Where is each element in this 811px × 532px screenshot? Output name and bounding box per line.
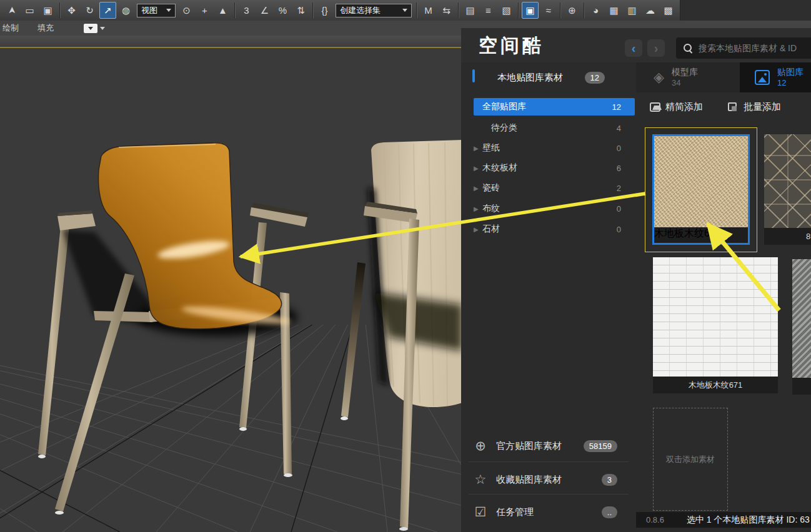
sidebar-item-fabric[interactable]: ▶ 布纹 0 xyxy=(474,200,635,217)
sidebar-item-tile[interactable]: ▶ 瓷砖 2 xyxy=(474,179,635,197)
sidebar-item-all-textures[interactable]: 全部贴图库 12 xyxy=(474,98,635,116)
named-selection-set-dropdown[interactable]: 创建选择集 xyxy=(336,4,412,17)
search-box[interactable] xyxy=(676,37,811,59)
tab-label: 模型库 xyxy=(672,67,698,77)
expand-arrow-icon[interactable]: ▶ xyxy=(474,165,482,172)
toolbar-separator xyxy=(518,2,519,18)
keyboard-shortcut-override-icon[interactable]: ▲ xyxy=(214,2,231,19)
search-input[interactable] xyxy=(697,42,811,54)
local-library-label: 本地贴图库素材 xyxy=(497,72,563,84)
tab-count: 34 xyxy=(672,77,698,88)
monitor-icon xyxy=(472,71,487,84)
render-setup-icon[interactable]: ▦ xyxy=(605,2,622,19)
expand-arrow-icon[interactable]: ▶ xyxy=(474,185,482,192)
category-count: 0 xyxy=(617,225,621,234)
fill-tool-label[interactable]: 填充 xyxy=(37,22,67,34)
category-count: 0 xyxy=(617,144,621,153)
select-and-place-icon[interactable]: ◍ xyxy=(117,2,134,19)
texture-preview xyxy=(764,134,811,228)
tab-label: 贴图库 xyxy=(777,67,804,77)
sidebar-item-unclassified[interactable]: 待分类 4 xyxy=(474,119,635,137)
category-label: 壁纸 xyxy=(482,142,500,154)
angle-snap-icon[interactable]: ∠ xyxy=(256,2,273,19)
chair-left[interactable] xyxy=(38,143,309,515)
sidebar-item-favorites[interactable]: ☆ 收藏贴图库素材 3 xyxy=(461,469,636,490)
search-icon xyxy=(684,44,692,52)
sidebar-local-library[interactable]: 本地贴图库素材 12 xyxy=(461,62,636,92)
viewport-3d[interactable] xyxy=(0,48,462,532)
sidebar-item-wallpaper[interactable]: ▶ 壁纸 0 xyxy=(474,139,635,157)
main-toolbar: ➤ ▭ ▣ ✥ ↻ ↗ ◍ 视图 ⊙ + ▲ 3 ∠ % ⇅ {} 创建选择集 xyxy=(0,0,811,21)
select-region-rect-icon[interactable]: ▭ xyxy=(21,2,38,19)
expand-arrow-icon[interactable]: ▶ xyxy=(474,226,482,233)
tab-texture-library[interactable]: 贴图库 12 xyxy=(740,62,804,92)
viewport-scene xyxy=(0,48,462,532)
schematic-view-icon[interactable]: ⊕ xyxy=(564,2,580,19)
sidebar-item-task-manager[interactable]: ☑ 任务管理 .. xyxy=(461,501,636,523)
divider xyxy=(469,494,629,495)
select-and-scale-icon[interactable]: ↗ xyxy=(99,2,116,19)
batch-add-button[interactable]: 批量添加 xyxy=(728,101,781,113)
thumbnail-wood-floor-653[interactable]: 木地板木纹653 xyxy=(652,134,750,245)
mirror-icon[interactable]: M xyxy=(420,2,437,19)
paint-options-dropdown[interactable] xyxy=(84,24,105,33)
scene-explorer-icon[interactable]: ≡ xyxy=(480,2,497,19)
rendered-frame-window-icon[interactable]: ▥ xyxy=(624,2,640,19)
texture-preview xyxy=(792,259,811,378)
thumbnail-label: 86273 xyxy=(764,228,811,245)
reference-coordinate-dropdown[interactable]: 视图 xyxy=(137,4,176,17)
footer-label: 官方贴图库素材 xyxy=(496,440,562,452)
sidebar-item-official-library[interactable]: ⊕ 官方贴图库素材 58159 xyxy=(461,435,636,456)
footer-label: 收藏贴图库素材 xyxy=(496,474,562,486)
toolbar-separator xyxy=(234,2,235,18)
toolbar-separator xyxy=(458,2,459,18)
layer-manager-icon[interactable]: ▤ xyxy=(462,2,479,19)
expand-arrow-icon[interactable]: ▶ xyxy=(474,145,482,152)
panel-header: 空间酷 ‹ › xyxy=(461,28,811,62)
toolbar-separator xyxy=(416,2,417,18)
category-label: 待分类 xyxy=(491,122,517,134)
edit-named-selection-sets-icon[interactable]: {} xyxy=(316,2,333,19)
material-editor-icon[interactable]: ◕ xyxy=(587,2,604,19)
category-label: 全部贴图库 xyxy=(482,101,526,112)
sidebar-item-wood-board[interactable]: ▶ 木纹板材 6 xyxy=(474,159,635,177)
tab-model-library[interactable]: ◈ 模型库 34 xyxy=(636,62,740,92)
footer-label: 任务管理 xyxy=(496,506,534,518)
align-icon[interactable]: ⇆ xyxy=(438,2,455,19)
toolbar-separator xyxy=(560,2,560,18)
select-object-icon[interactable]: ➤ xyxy=(3,2,20,19)
globe-icon: ⊕ xyxy=(472,438,489,453)
chair-right[interactable] xyxy=(341,140,462,531)
manage-layers-icon[interactable]: ▧ xyxy=(498,2,515,19)
task-count-badge: .. xyxy=(602,506,617,518)
percent-snap-icon[interactable]: % xyxy=(274,2,291,19)
nav-forward-button[interactable]: › xyxy=(647,39,665,57)
texture-preview xyxy=(654,136,748,227)
reference-coordinate-value: 视图 xyxy=(141,5,157,16)
render-in-cloud-icon[interactable]: ☁ xyxy=(642,2,659,19)
thumbnail-label xyxy=(792,378,811,395)
sidebar-item-stone[interactable]: ▶ 石材 0 xyxy=(474,220,635,238)
thumbnail-herringbone[interactable] xyxy=(792,259,811,392)
thumbnail-wood-floor-671[interactable]: 木地板木纹671 xyxy=(653,257,778,393)
simple-add-button[interactable]: 精简添加 xyxy=(650,101,703,113)
simple-add-icon xyxy=(650,102,660,112)
category-count: 12 xyxy=(612,102,621,112)
snaps-toggle-icon[interactable]: 3 xyxy=(238,2,255,19)
render-production-icon[interactable]: ▩ xyxy=(660,2,677,19)
use-pivot-point-center-icon[interactable]: ⊙ xyxy=(178,2,195,19)
select-and-manipulate-icon[interactable]: + xyxy=(196,2,213,19)
select-region-crossing-icon[interactable]: ▣ xyxy=(39,2,56,19)
category-label: 瓷砖 xyxy=(482,182,500,194)
nav-back-button[interactable]: ‹ xyxy=(625,39,642,57)
thumbnail-86273[interactable]: 86273 xyxy=(764,134,811,245)
select-and-move-icon[interactable]: ✥ xyxy=(63,2,80,19)
draw-tool-label[interactable]: 绘制 xyxy=(2,22,32,34)
material-editor-window-icon[interactable]: ▣ xyxy=(522,2,539,19)
spinner-snap-icon[interactable]: ⇅ xyxy=(292,2,309,19)
expand-arrow-icon[interactable]: ▶ xyxy=(474,205,482,212)
button-label: 精简添加 xyxy=(665,101,703,113)
curve-editor-icon[interactable]: ≈ xyxy=(540,2,557,19)
select-and-rotate-icon[interactable]: ↻ xyxy=(81,2,98,19)
add-material-dropzone[interactable]: 双击添加素材 xyxy=(653,408,728,511)
